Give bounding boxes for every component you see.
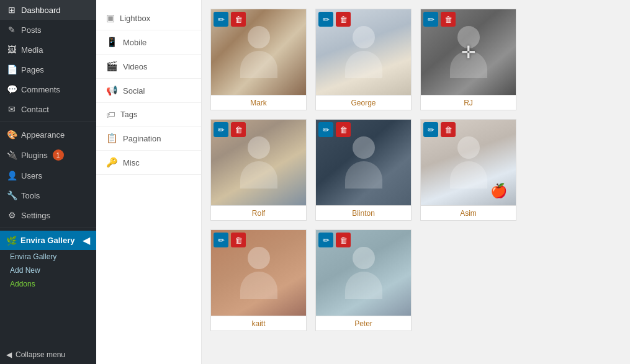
action-buttons: ✏🗑 (214, 122, 246, 137)
delete-button[interactable]: 🗑 (231, 122, 246, 137)
pages-icon: 📄 (6, 64, 17, 74)
action-buttons: ✏🗑 (214, 12, 246, 27)
gallery-thumb-rolf[interactable]: ✏🗑 (210, 119, 307, 206)
gallery-item-peter: ✏🗑Peter (315, 229, 412, 331)
edit-button[interactable]: ✏ (318, 122, 333, 137)
gallery-caption-kaitt: kaitt (210, 316, 307, 331)
envira-sub-addons[interactable]: Addons (0, 277, 96, 291)
main-content: ✏🗑Mark✏🗑George✛✏🗑RJ✏🗑Rolf✏🗑Blinton🍎✏🗑Asi… (202, 0, 630, 364)
gallery-item-rolf: ✏🗑Rolf (210, 119, 307, 221)
panel-item-tags[interactable]: 🏷 Tags (96, 103, 201, 127)
apple-icon: 🍎 (490, 183, 507, 199)
panel-item-pagination[interactable]: 📋 Pagination (96, 127, 201, 151)
edit-button[interactable]: ✏ (423, 122, 438, 137)
delete-button[interactable]: 🗑 (441, 12, 456, 27)
sidebar: ⊞ Dashboard ✎ Posts 🖼 Media 📄 Pages 💬 Co… (0, 0, 96, 364)
comments-icon: 💬 (6, 84, 17, 94)
panel-item-misc[interactable]: 🔑 Misc (96, 151, 201, 175)
gallery-grid: ✏🗑Mark✏🗑George✛✏🗑RJ✏🗑Rolf✏🗑Blinton🍎✏🗑Asi… (210, 9, 621, 331)
sidebar-item-contact[interactable]: ✉ Contact (0, 99, 96, 119)
pagination-icon: 📋 (106, 133, 118, 144)
appearance-icon: 🎨 (6, 130, 17, 140)
gallery-thumb-asim[interactable]: 🍎✏🗑 (420, 119, 516, 206)
sidebar-item-media[interactable]: 🖼 Media (0, 40, 96, 60)
delete-button[interactable]: 🗑 (336, 12, 351, 27)
gallery-thumb-peter[interactable]: ✏🗑 (315, 229, 412, 316)
gallery-thumb-kaitt[interactable]: ✏🗑 (210, 229, 307, 316)
lightbox-icon: ▣ (106, 12, 115, 24)
dashboard-icon: ⊞ (6, 5, 17, 15)
sidebar-item-comments[interactable]: 💬 Comments (0, 79, 96, 99)
sidebar-item-appearance[interactable]: 🎨 Appearance (0, 125, 96, 144)
edit-button[interactable]: ✏ (214, 233, 228, 247)
delete-button[interactable]: 🗑 (336, 122, 351, 137)
panel-item-social[interactable]: 📢 Social (96, 79, 201, 103)
action-buttons: ✏🗑 (318, 233, 351, 247)
social-icon: 📢 (106, 85, 118, 96)
action-buttons: ✏🗑 (423, 122, 456, 137)
panel-item-videos[interactable]: 🎬 Videos (96, 55, 201, 79)
plugins-badge: 1 (53, 149, 64, 161)
gallery-caption-mark: Mark (210, 95, 307, 110)
collapse-icon: ◀ (6, 350, 12, 359)
media-icon: 🖼 (6, 45, 17, 55)
settings-icon: ⚙ (6, 210, 17, 220)
gallery-thumb-blinton[interactable]: ✏🗑 (315, 119, 412, 206)
delete-button[interactable]: 🗑 (441, 122, 456, 137)
sidebar-item-pages[interactable]: 📄 Pages (0, 60, 96, 79)
envira-title: Envira Gallery (20, 236, 74, 245)
gallery-caption-peter: Peter (315, 316, 412, 331)
envira-leaf-icon: 🌿 (6, 236, 17, 246)
edit-button[interactable]: ✏ (423, 12, 438, 27)
envira-arrow-icon: ◀ (83, 234, 90, 246)
sidebar-item-dashboard[interactable]: ⊞ Dashboard (0, 0, 96, 20)
videos-icon: 🎬 (106, 61, 118, 72)
gallery-item-mark: ✏🗑Mark (210, 9, 307, 110)
gallery-item-asim: 🍎✏🗑Asim (420, 119, 516, 221)
panel-item-mobile[interactable]: 📱 Mobile (96, 30, 201, 55)
edit-button[interactable]: ✏ (214, 122, 228, 137)
gallery-thumb-george[interactable]: ✏🗑 (315, 9, 412, 95)
gallery-item-kaitt: ✏🗑kaitt (210, 229, 307, 331)
action-buttons: ✏🗑 (214, 233, 246, 247)
misc-icon: 🔑 (106, 157, 118, 168)
envira-sub-add-new[interactable]: Add New (0, 264, 96, 277)
plugins-icon: 🔌 (6, 150, 17, 160)
middle-panel: ▣ Lightbox 📱 Mobile 🎬 Videos 📢 Social 🏷 … (96, 0, 202, 364)
contact-icon: ✉ (6, 104, 17, 114)
tags-icon: 🏷 (106, 109, 115, 120)
edit-button[interactable]: ✏ (318, 233, 333, 247)
gallery-caption-asim: Asim (420, 206, 516, 221)
action-buttons: ✏🗑 (318, 122, 351, 137)
users-icon: 👤 (6, 171, 17, 180)
envira-gallery-section: 🌿 Envira Gallery ◀ (0, 231, 96, 250)
envira-sub-gallery[interactable]: Envira Gallery (0, 250, 96, 264)
gallery-item-george: ✏🗑George (315, 9, 412, 110)
action-buttons: ✏🗑 (423, 12, 456, 27)
mobile-icon: 📱 (106, 37, 118, 48)
gallery-item-blinton: ✏🗑Blinton (315, 119, 412, 221)
sidebar-item-plugins[interactable]: 🔌 Plugins 1 (0, 144, 96, 166)
sidebar-item-users[interactable]: 👤 Users (0, 166, 96, 185)
gallery-caption-rj: RJ (420, 95, 516, 110)
action-buttons: ✏🗑 (318, 12, 351, 27)
gallery-caption-blinton: Blinton (315, 206, 412, 221)
edit-button[interactable]: ✏ (318, 12, 333, 27)
sidebar-item-tools[interactable]: 🔧 Tools (0, 185, 96, 205)
collapse-menu-button[interactable]: ◀ Collapse menu (0, 345, 96, 364)
delete-button[interactable]: 🗑 (336, 233, 351, 247)
gallery-caption-george: George (315, 95, 412, 110)
gallery-thumb-rj[interactable]: ✛✏🗑 (420, 9, 516, 95)
posts-icon: ✎ (6, 25, 17, 35)
gallery-caption-rolf: Rolf (210, 206, 307, 221)
gallery-thumb-mark[interactable]: ✏🗑 (210, 9, 307, 95)
sidebar-item-posts[interactable]: ✎ Posts (0, 20, 96, 40)
panel-item-lightbox[interactable]: ▣ Lightbox (96, 6, 201, 30)
delete-button[interactable]: 🗑 (231, 12, 246, 27)
tools-icon: 🔧 (6, 190, 17, 200)
edit-button[interactable]: ✏ (214, 12, 228, 27)
delete-button[interactable]: 🗑 (231, 233, 246, 247)
gallery-item-rj: ✛✏🗑RJ (420, 9, 516, 110)
sidebar-item-settings[interactable]: ⚙ Settings (0, 205, 96, 225)
